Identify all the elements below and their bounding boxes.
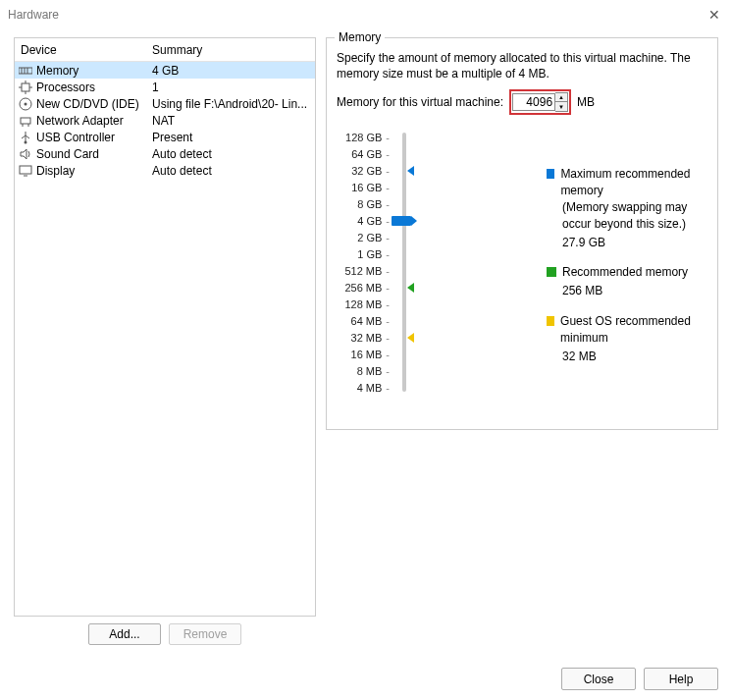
legend-min: Guest OS recommended minimum 32 MB [547, 313, 707, 364]
device-name: New CD/DVD (IDE) [36, 97, 139, 111]
memory-ticks: 128 GB-64 GB-32 GB-16 GB-8 GB-4 GB-2 GB-… [337, 129, 390, 396]
memory-input[interactable] [512, 93, 555, 111]
tick-label: 64 MB- [337, 312, 390, 329]
device-summary: Using file F:\Android\20- Lin... [146, 97, 315, 111]
device-name: Memory [36, 64, 78, 78]
legend-max: Maximum recommended memory (Memory swapp… [547, 166, 707, 250]
tick-label: 8 MB- [337, 362, 390, 379]
disc-icon [19, 97, 32, 111]
marker-rec-icon [407, 283, 414, 293]
tick-label: 2 GB- [337, 229, 390, 245]
slider-thumb[interactable] [392, 216, 411, 226]
device-name: Sound Card [36, 147, 99, 161]
table-row[interactable]: Sound CardAuto detect [15, 145, 315, 162]
window-title: Hardware [8, 8, 59, 22]
tick-label: 128 MB- [337, 296, 390, 312]
svg-rect-4 [22, 83, 29, 91]
display-icon [19, 164, 32, 178]
svg-line-16 [22, 135, 26, 138]
svg-line-17 [26, 135, 29, 138]
device-summary: Present [146, 131, 315, 144]
header-summary[interactable]: Summary [146, 43, 315, 57]
remove-button: Remove [169, 623, 241, 645]
tick-label: 1 GB- [337, 245, 390, 262]
titlebar: Hardware ✕ [0, 0, 732, 29]
spinner-up-icon[interactable]: ▲ [555, 93, 567, 102]
square-green-icon [547, 267, 556, 277]
memory-description: Specify the amount of memory allocated t… [337, 50, 707, 81]
device-name: Processors [36, 81, 95, 94]
tick-label: 64 GB- [337, 145, 390, 162]
cpu-icon [19, 81, 32, 94]
tick-label: 16 MB- [337, 346, 390, 362]
table-row[interactable]: DisplayAuto detect [15, 162, 315, 179]
sound-icon [19, 147, 32, 161]
spinner-down-icon[interactable]: ▼ [555, 102, 567, 111]
tick-label: 128 GB- [337, 129, 390, 145]
tick-label: 16 GB- [337, 179, 390, 195]
device-summary: NAT [146, 114, 315, 128]
memory-slider[interactable] [397, 129, 421, 396]
table-header: Device Summary [15, 38, 315, 62]
svg-point-15 [25, 140, 27, 143]
device-name: USB Controller [36, 131, 115, 144]
tick-label: 32 GB- [337, 162, 390, 179]
svg-point-10 [25, 102, 27, 105]
device-name: Network Adapter [36, 114, 124, 128]
add-button[interactable]: Add... [88, 623, 161, 645]
memory-icon [19, 64, 32, 78]
square-blue-icon [547, 169, 554, 179]
table-row[interactable]: Memory4 GB [15, 62, 315, 79]
svg-rect-0 [19, 68, 32, 74]
header-device[interactable]: Device [15, 43, 146, 57]
legend-rec: Recommended memory 256 MB [547, 264, 707, 299]
memory-spinner-buttons[interactable]: ▲ ▼ [555, 92, 568, 112]
group-label: Memory [335, 30, 385, 44]
table-row[interactable]: Processors1 [15, 79, 315, 95]
svg-marker-18 [21, 149, 26, 159]
marker-min-icon [407, 333, 414, 343]
tick-label: 8 GB- [337, 195, 390, 212]
table-row[interactable]: USB ControllerPresent [15, 129, 315, 145]
device-table: Device Summary Memory4 GBProcessors1New … [14, 37, 316, 617]
device-summary: Auto detect [146, 164, 315, 178]
tick-label: 4 MB- [337, 379, 390, 396]
svg-rect-19 [20, 166, 31, 174]
memory-input-label: Memory for this virtual machine: [337, 95, 503, 109]
svg-rect-11 [21, 118, 30, 124]
tick-label: 32 MB- [337, 329, 390, 346]
net-icon [19, 114, 32, 128]
close-button[interactable]: Close [561, 668, 636, 690]
tick-label: 512 MB- [337, 262, 390, 279]
memory-panel: Memory Specify the amount of memory allo… [326, 37, 718, 430]
usb-icon [19, 131, 32, 144]
tick-label: 4 GB- [337, 212, 390, 229]
slider-track [402, 133, 406, 392]
memory-unit: MB [577, 95, 595, 109]
square-yellow-icon [547, 316, 554, 326]
device-summary: Auto detect [146, 147, 315, 161]
memory-legend: Maximum recommended memory (Memory swapp… [429, 129, 707, 396]
device-summary: 4 GB [146, 64, 315, 78]
close-icon[interactable]: ✕ [708, 7, 720, 23]
tick-label: 256 MB- [337, 279, 390, 296]
table-row[interactable]: Network AdapterNAT [15, 112, 315, 129]
device-summary: 1 [146, 81, 315, 94]
help-button[interactable]: Help [644, 668, 718, 690]
device-name: Display [36, 164, 75, 178]
marker-max-icon [407, 166, 414, 176]
table-row[interactable]: New CD/DVD (IDE)Using file F:\Android\20… [15, 95, 315, 112]
memory-spinner-highlight: ▲ ▼ [509, 89, 571, 115]
